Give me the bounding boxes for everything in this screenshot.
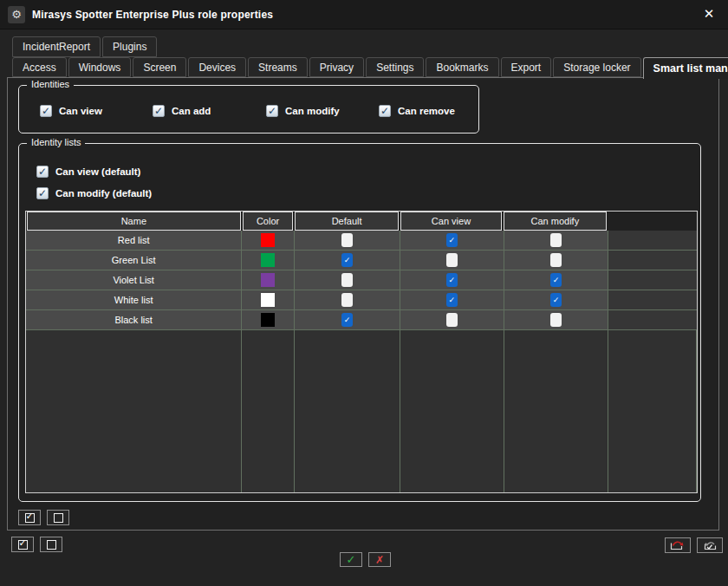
can-view-checkbox-checked[interactable]: ✓	[446, 293, 458, 307]
checkbox-label: Can view (default)	[55, 166, 140, 177]
default-cell	[295, 270, 400, 290]
cancel-button[interactable]: ✗	[368, 552, 391, 567]
default-checkbox-unchecked[interactable]	[341, 233, 353, 247]
can-modify-checkbox-unchecked[interactable]	[550, 253, 562, 267]
can-modify-cell: ✓	[504, 270, 609, 290]
can-modify-cell	[504, 310, 609, 329]
can-view-checkbox-checked[interactable]: ✓	[446, 233, 458, 247]
color-cell	[242, 270, 295, 290]
color-swatch[interactable]	[261, 293, 275, 307]
checkbox-can-add[interactable]: ✓Can add	[153, 105, 211, 117]
can-view-cell: ✓	[400, 290, 504, 309]
tab-screen[interactable]: Screen	[133, 57, 186, 77]
dialog-action-buttons: ✓ ✗	[340, 552, 391, 567]
default-cell: ✓	[295, 310, 400, 329]
table-empty-area	[26, 330, 697, 492]
tab-windows[interactable]: Windows	[68, 57, 132, 77]
uncheck-all-global-button[interactable]	[40, 537, 62, 552]
name-cell: White list	[26, 290, 242, 309]
checked-box-icon: ✓	[153, 105, 165, 117]
tab-streams[interactable]: Streams	[248, 57, 308, 77]
tab-storage-locker[interactable]: Storage locker	[553, 57, 640, 77]
column-header-empty	[608, 212, 696, 231]
tab-access[interactable]: Access	[12, 57, 67, 77]
column-header-default[interactable]: Default	[295, 212, 398, 231]
can-modify-checkbox-checked[interactable]: ✓	[550, 273, 562, 287]
title-bar: ⚙ Mirasys Spotter Enterprise Plus role p…	[0, 0, 728, 29]
ok-button[interactable]: ✓	[340, 552, 362, 567]
tab-bookmarks[interactable]: Bookmarks	[426, 57, 498, 77]
color-swatch[interactable]	[261, 273, 275, 287]
empty-cell	[608, 270, 697, 290]
can-view-checkbox-checked[interactable]: ✓	[446, 273, 458, 287]
identity-lists-legend: Identity lists	[27, 137, 85, 147]
can-view-cell	[400, 251, 504, 270]
tab-export[interactable]: Export	[501, 57, 552, 77]
tab-settings[interactable]: Settings	[366, 57, 424, 77]
table-row-red-list[interactable]: Red list✓	[26, 231, 697, 251]
identities-legend: Identities	[27, 79, 74, 89]
color-swatch[interactable]	[261, 253, 275, 267]
copy-paste-buttons	[665, 537, 723, 553]
default-checkbox-unchecked[interactable]	[341, 293, 353, 307]
table-row-green-list[interactable]: Green List✓	[26, 251, 697, 270]
color-swatch[interactable]	[261, 233, 275, 247]
color-swatch[interactable]	[261, 313, 275, 327]
gear-icon: ⚙	[8, 6, 25, 23]
copy-settings-button[interactable]	[665, 537, 691, 553]
ok-check-icon: ✓	[347, 554, 356, 565]
can-modify-cell	[504, 251, 609, 270]
column-header-color[interactable]: Color	[243, 212, 294, 231]
check-all-icon	[18, 540, 28, 550]
checkbox-can-modify[interactable]: ✓Can modify	[266, 105, 340, 117]
empty-cell	[608, 231, 697, 250]
tab-devices[interactable]: Devices	[188, 57, 246, 77]
empty-cell	[608, 310, 697, 329]
empty-column	[26, 330, 242, 492]
default-checkbox-checked[interactable]: ✓	[341, 313, 353, 327]
table-row-white-list[interactable]: White list✓✓	[26, 290, 697, 310]
empty-column	[504, 330, 609, 492]
tab-smart-list-management[interactable]: Smart list management	[643, 57, 728, 79]
window-title: Mirasys Spotter Enterprise Plus role pro…	[32, 9, 273, 21]
checked-box-icon: ✓	[36, 187, 49, 199]
table-row-violet-list[interactable]: Violet List✓✓	[26, 270, 697, 290]
checkbox-label: Can add	[172, 106, 211, 116]
checkbox-label: Can remove	[398, 106, 455, 116]
can-modify-checkbox-checked[interactable]: ✓	[550, 293, 562, 307]
empty-column	[608, 330, 697, 492]
role-properties-dialog: ⚙ Mirasys Spotter Enterprise Plus role p…	[0, 0, 728, 586]
tab-incidentreport[interactable]: IncidentReport	[12, 36, 101, 57]
paste-settings-button[interactable]	[697, 537, 723, 553]
checkbox-can-remove[interactable]: ✓Can remove	[379, 105, 455, 117]
can-view-checkbox-unchecked[interactable]	[446, 253, 458, 267]
empty-cell	[608, 290, 697, 309]
table-row-black-list[interactable]: Black list✓	[26, 310, 697, 330]
default-checkbox-unchecked[interactable]	[341, 273, 353, 287]
can-modify-checkbox-unchecked[interactable]	[550, 233, 562, 247]
color-cell	[242, 231, 295, 250]
empty-cell	[608, 251, 697, 270]
tab-privacy[interactable]: Privacy	[309, 57, 364, 77]
color-cell	[242, 310, 295, 329]
tab-plugins[interactable]: Plugins	[102, 36, 157, 57]
checkbox-can-view[interactable]: ✓Can view	[40, 105, 102, 117]
can-modify-checkbox-unchecked[interactable]	[550, 313, 562, 327]
can-view-checkbox-unchecked[interactable]	[446, 313, 458, 327]
check-all-icon	[25, 513, 35, 523]
check-all-global-button[interactable]	[11, 537, 34, 552]
check-all-button[interactable]	[18, 510, 41, 525]
column-header-can-modify[interactable]: Can modify	[504, 212, 606, 231]
checkbox-can-view-default-[interactable]: ✓Can view (default)	[36, 166, 140, 178]
checkbox-can-modify-default-[interactable]: ✓Can modify (default)	[36, 187, 152, 199]
column-header-name[interactable]: Name	[27, 212, 241, 231]
uncheck-all-icon	[54, 513, 63, 523]
identities-group: Identities ✓Can view✓Can add✓Can modify✓…	[18, 85, 479, 133]
close-icon[interactable]: ✕	[700, 5, 718, 23]
can-modify-cell	[504, 231, 609, 250]
default-checkbox-checked[interactable]: ✓	[341, 253, 353, 267]
color-cell	[242, 251, 295, 270]
column-header-can-view[interactable]: Can view	[400, 212, 502, 231]
checkbox-label: Can modify	[285, 106, 340, 116]
uncheck-all-button[interactable]	[47, 510, 69, 525]
